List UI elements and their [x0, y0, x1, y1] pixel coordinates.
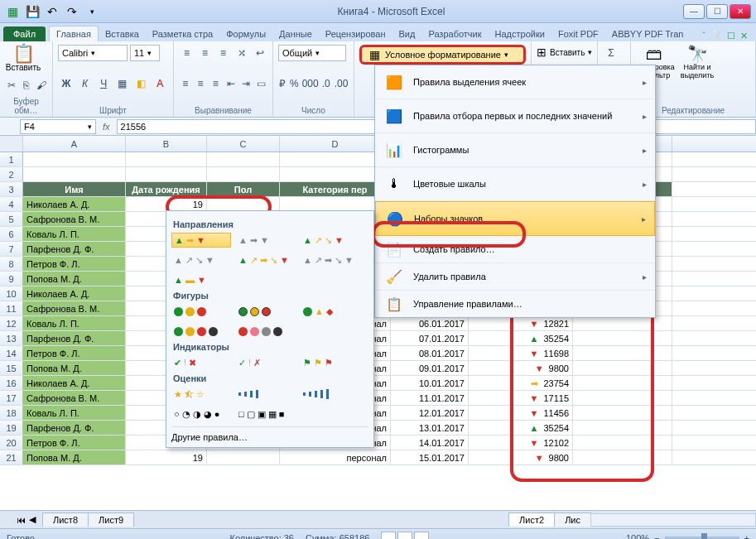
- iconset-3stars[interactable]: ★⯪☆: [171, 387, 231, 402]
- cell-value[interactable]: ▼12821: [469, 316, 573, 330]
- cell-category[interactable]: персонал: [280, 450, 391, 464]
- cell-value[interactable]: ▲35254: [469, 331, 573, 345]
- iconset-5arrows-gray[interactable]: ▲↗➡↘▼: [301, 253, 360, 267]
- sheet-tab[interactable]: Лис: [554, 513, 591, 527]
- undo-icon[interactable]: ↶: [45, 4, 60, 19]
- cell-date[interactable]: 10.01.2017: [391, 376, 469, 390]
- wrap-button[interactable]: ↩: [252, 45, 267, 61]
- cf-icon-sets[interactable]: 🔵Наборы значков▸: [375, 201, 655, 236]
- cell[interactable]: [573, 346, 672, 360]
- autosum-button[interactable]: Σ: [603, 45, 619, 61]
- mdi-restore-icon[interactable]: ☐: [727, 31, 735, 41]
- row-head[interactable]: 12: [0, 316, 23, 330]
- row-head[interactable]: 2: [0, 167, 23, 181]
- iconset-3traffic-unrimmed[interactable]: [171, 304, 231, 319]
- inc-decimal-button[interactable]: .0: [321, 75, 331, 92]
- cell-date[interactable]: 13.01.2017: [391, 421, 469, 435]
- cell-date[interactable]: 11.01.2017: [391, 391, 469, 405]
- cell-name[interactable]: Сафронова В. М.: [23, 301, 126, 315]
- zoom-level[interactable]: 100%: [626, 533, 649, 540]
- cell-date[interactable]: 07.01.2017: [391, 331, 469, 345]
- font-name-combo[interactable]: Calibri▾: [58, 45, 128, 61]
- align-bot-button[interactable]: ≡: [215, 45, 231, 61]
- merge-button[interactable]: ▭: [255, 75, 267, 92]
- row-head[interactable]: 11: [0, 301, 23, 315]
- sheet-tab[interactable]: Лист8: [42, 513, 89, 527]
- iconset-5boxes[interactable]: □▢▣▦■: [236, 407, 296, 421]
- zoom-out-button[interactable]: −: [654, 533, 659, 540]
- cell[interactable]: [573, 406, 672, 420]
- cf-clear-rules[interactable]: 🧹Удалить правила▸: [375, 263, 655, 291]
- iconset-4arrows-colored[interactable]: ▲↗↘▼: [301, 233, 360, 248]
- cell-name[interactable]: Коваль Л. П.: [23, 227, 126, 241]
- fill-color-button[interactable]: ◧: [133, 75, 150, 92]
- zoom-in-button[interactable]: +: [744, 533, 749, 540]
- row-head[interactable]: 20: [0, 436, 23, 450]
- row-head[interactable]: 1: [0, 152, 23, 166]
- cell-name[interactable]: Петров Ф. Л.: [23, 346, 126, 360]
- iconset-5quarters[interactable]: ○◔◑◕●: [171, 407, 231, 421]
- cell[interactable]: [573, 450, 672, 464]
- cell-dob[interactable]: 19: [126, 450, 207, 464]
- percent-button[interactable]: %: [289, 75, 300, 92]
- zoom-slider[interactable]: [665, 537, 739, 540]
- italic-button[interactable]: К: [77, 75, 94, 92]
- row-head[interactable]: 10: [0, 286, 23, 301]
- tab-home[interactable]: Главная: [49, 26, 99, 41]
- row-head[interactable]: 18: [0, 406, 23, 420]
- align-center-button[interactable]: ≡: [194, 75, 206, 92]
- cell-value[interactable]: ▼9800: [469, 450, 573, 464]
- cell-name[interactable]: Парфенов Д. Ф.: [23, 242, 126, 256]
- cf-manage-rules[interactable]: 📋Управление правилами…: [375, 291, 655, 317]
- tab-data[interactable]: Данные: [272, 26, 319, 41]
- header-sex[interactable]: Пол: [207, 182, 280, 196]
- col-head-a[interactable]: A: [23, 136, 126, 152]
- cell-date[interactable]: 14.01.2017: [391, 436, 469, 450]
- align-left-button[interactable]: ≡: [179, 75, 191, 92]
- iconset-3symbols-circled[interactable]: ✔!✖: [171, 355, 231, 370]
- cut-icon[interactable]: ✂: [5, 77, 17, 94]
- cell-date[interactable]: 15.01.2017: [391, 450, 469, 464]
- close-button[interactable]: ✕: [730, 4, 751, 19]
- cell[interactable]: [207, 450, 280, 464]
- tab-addins[interactable]: Надстройки: [489, 26, 551, 41]
- iconset-3arrows-colored[interactable]: ▲➡▼: [171, 233, 231, 248]
- cell-name[interactable]: Парфенов Д. Ф.: [23, 331, 126, 345]
- dec-decimal-button[interactable]: .00: [334, 75, 349, 92]
- redo-icon[interactable]: ↷: [65, 4, 79, 19]
- header-dob[interactable]: Дата рождения: [126, 182, 207, 196]
- cell-name[interactable]: Коваль Л. П.: [23, 316, 126, 330]
- horizontal-scrollbar[interactable]: [590, 513, 756, 527]
- align-top-button[interactable]: ≡: [179, 45, 195, 61]
- cell[interactable]: [573, 331, 672, 345]
- tab-review[interactable]: Рецензирован: [319, 26, 392, 41]
- row-head[interactable]: 21: [0, 450, 23, 464]
- row-head[interactable]: 4: [0, 197, 23, 211]
- tab-pagelayout[interactable]: Разметка стра: [146, 26, 219, 41]
- cell-date[interactable]: 09.01.2017: [391, 361, 469, 375]
- paste-button[interactable]: 📋 Вставить: [5, 45, 41, 74]
- save-icon[interactable]: 💾: [25, 4, 40, 19]
- cell-value[interactable]: ➡23754: [469, 376, 573, 390]
- number-format-combo[interactable]: Общий▾: [278, 45, 346, 61]
- currency-button[interactable]: ₽: [278, 75, 287, 92]
- cell-date[interactable]: 12.01.2017: [391, 406, 469, 420]
- tab-developer[interactable]: Разработчик: [421, 26, 488, 41]
- sheet-tab[interactable]: Лист9: [88, 513, 134, 527]
- tab-insert[interactable]: Вставка: [99, 26, 146, 41]
- qat-dropdown-icon[interactable]: ▾: [84, 4, 99, 19]
- cf-color-scales[interactable]: 🌡Цветовые шкалы▸: [375, 167, 655, 201]
- row-head[interactable]: 16: [0, 376, 23, 390]
- cell-value[interactable]: ▼11456: [469, 406, 573, 420]
- minimize-button[interactable]: —: [683, 4, 705, 19]
- cell-date[interactable]: 08.01.2017: [391, 346, 469, 360]
- name-box[interactable]: F4▾: [20, 119, 96, 134]
- cell-name[interactable]: Парфенов Д. Ф.: [23, 421, 126, 435]
- cell-name[interactable]: Николаев А. Д.: [23, 286, 126, 301]
- help-icon[interactable]: ❔: [710, 31, 722, 41]
- maximize-button[interactable]: ☐: [706, 4, 728, 19]
- cf-top-bottom-rules[interactable]: 🟦Правила отбора первых и последних значе…: [375, 99, 655, 133]
- cell-name[interactable]: Попова М. Д.: [23, 450, 126, 464]
- cell[interactable]: [573, 361, 672, 375]
- cf-highlight-rules[interactable]: 🟧Правила выделения ячеек▸: [375, 65, 655, 99]
